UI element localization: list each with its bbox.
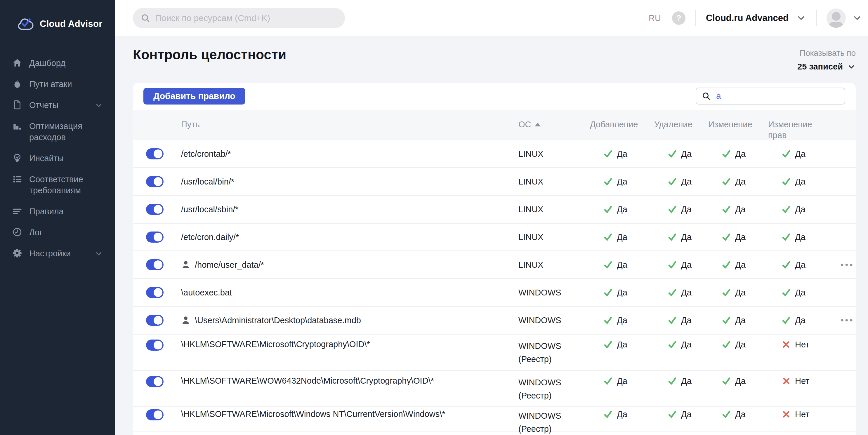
mod-cell: Да: [708, 287, 768, 298]
header-del: Удаление: [654, 119, 708, 130]
check-icon: [668, 177, 677, 187]
sidebar-item[interactable]: Правила: [0, 201, 115, 222]
sidebar-item-label: Пути атаки: [29, 79, 102, 90]
perm-cell: Да: [768, 287, 830, 298]
add-value: Да: [617, 260, 627, 270]
add-cell: Да: [590, 315, 654, 325]
rule-path: \HKLM\SOFTWARE\Microsoft\Windows NT\Curr…: [181, 409, 445, 419]
rule-os: WINDOWS (Реестр): [518, 409, 590, 435]
global-search-input[interactable]: [155, 13, 337, 23]
perm-value: Да: [795, 149, 806, 159]
mod-cell: Да: [708, 315, 768, 325]
chevron-down-icon: [94, 249, 103, 258]
sidebar-item[interactable]: Оптимизация расходов: [0, 116, 115, 148]
check-icon: [603, 260, 613, 270]
check-icon: [668, 232, 677, 242]
add-value: Да: [617, 340, 627, 349]
perm-cell: Да: [768, 149, 830, 159]
rule-path: /etc/crontab/*: [181, 149, 231, 159]
rule-path: \Users\Administrator\Desktop\database.md…: [195, 316, 361, 325]
header-os[interactable]: ОС: [518, 119, 590, 130]
table-row: /home/user_data/*LINUXДаДаДаДа•••: [133, 251, 856, 279]
sidebar-item[interactable]: Лог: [0, 222, 115, 243]
sidebar-item[interactable]: Пути атаки: [0, 73, 115, 95]
add-value: Да: [617, 316, 627, 325]
rule-enabled-toggle[interactable]: [146, 315, 163, 326]
chevron-down-icon[interactable]: [852, 13, 862, 23]
sidebar-item[interactable]: Инсайты: [0, 148, 115, 169]
check-icon: [781, 287, 791, 298]
sidebar-item-label: Настройки: [29, 248, 87, 259]
table-row: /usr/local/sbin/*LINUXДаДаДаДа: [133, 196, 856, 224]
language-switcher[interactable]: RU: [646, 13, 664, 23]
table-search[interactable]: [696, 88, 845, 104]
header-perm: Изменение прав: [768, 119, 830, 141]
account-switcher[interactable]: Cloud.ru Advanced: [706, 13, 806, 23]
rule-enabled-toggle[interactable]: [146, 148, 163, 159]
sidebar-item[interactable]: Настройки: [0, 243, 115, 264]
table-search-input[interactable]: [716, 91, 839, 101]
per-page-control: Показывать по 25 записей: [797, 47, 856, 71]
perm-value: Нет: [795, 340, 809, 349]
account-name: Cloud.ru Advanced: [706, 13, 788, 23]
table-header: Путь ОС Добавление Удаление Изменение Из…: [133, 110, 856, 141]
add-cell: Да: [590, 409, 654, 419]
avatar[interactable]: [827, 8, 846, 28]
rule-enabled-toggle[interactable]: [146, 259, 163, 270]
row-menu-button[interactable]: •••: [841, 260, 854, 270]
check-icon: [603, 409, 613, 419]
rule-path: /usr/local/bin/*: [181, 177, 234, 187]
rule-path-cell: /etc/cron.daily/*: [181, 232, 518, 242]
checklist-icon: [12, 174, 22, 184]
check-icon: [668, 340, 677, 349]
sidebar-item-label: Оптимизация расходов: [29, 121, 102, 143]
sidebar-item-label: Инсайты: [29, 153, 102, 164]
per-page-select[interactable]: 25 записей: [797, 62, 856, 71]
add-rule-button[interactable]: Добавить правило: [144, 88, 245, 104]
sort-asc-icon: [535, 123, 540, 126]
del-value: Да: [681, 376, 691, 386]
gear-icon: [12, 248, 22, 258]
check-icon: [603, 149, 613, 159]
header-add: Добавление: [590, 119, 654, 130]
per-page-value: 25 записей: [797, 62, 843, 71]
global-search[interactable]: [133, 8, 345, 28]
rule-os: LINUX: [518, 148, 590, 161]
check-icon: [721, 260, 731, 270]
toggle-cell: [133, 340, 181, 351]
del-value: Да: [681, 410, 691, 419]
rule-enabled-toggle[interactable]: [146, 231, 163, 243]
del-cell: Да: [654, 205, 708, 214]
mod-value: Да: [735, 232, 746, 242]
check-icon: [781, 177, 791, 187]
mod-cell: Да: [708, 149, 768, 159]
check-icon: [721, 149, 731, 159]
rule-enabled-toggle[interactable]: [146, 287, 163, 298]
rule-enabled-toggle[interactable]: [146, 340, 163, 351]
cross-icon: [781, 409, 791, 419]
rule-os: LINUX: [518, 230, 590, 244]
brand[interactable]: Cloud Advisor: [0, 0, 115, 36]
actions-cell: •••: [830, 260, 856, 270]
toggle-cell: [133, 409, 181, 421]
toggle-cell: [133, 376, 181, 387]
sidebar-item[interactable]: Дашборд: [0, 53, 115, 73]
rules-card: Добавить правило Путь ОС Добавление Удал…: [133, 83, 856, 435]
cross-icon: [781, 376, 791, 386]
del-value: Да: [681, 288, 691, 298]
sidebar-item[interactable]: Отчеты: [0, 95, 115, 116]
rule-enabled-toggle[interactable]: [146, 176, 163, 187]
row-menu-button[interactable]: •••: [841, 315, 854, 325]
mod-cell: Да: [708, 205, 768, 214]
help-icon[interactable]: ?: [672, 11, 685, 25]
mod-value: Да: [735, 205, 746, 214]
rule-enabled-toggle[interactable]: [146, 409, 163, 421]
flame-icon: [12, 79, 22, 89]
rule-path: /home/user_data/*: [195, 260, 264, 270]
rule-enabled-toggle[interactable]: [146, 376, 163, 387]
del-cell: Да: [654, 287, 708, 298]
sidebar-item[interactable]: Соответствие требованиям: [0, 169, 115, 201]
rule-enabled-toggle[interactable]: [146, 204, 163, 215]
perm-cell: Нет: [768, 409, 830, 419]
toggle-cell: [133, 148, 181, 159]
